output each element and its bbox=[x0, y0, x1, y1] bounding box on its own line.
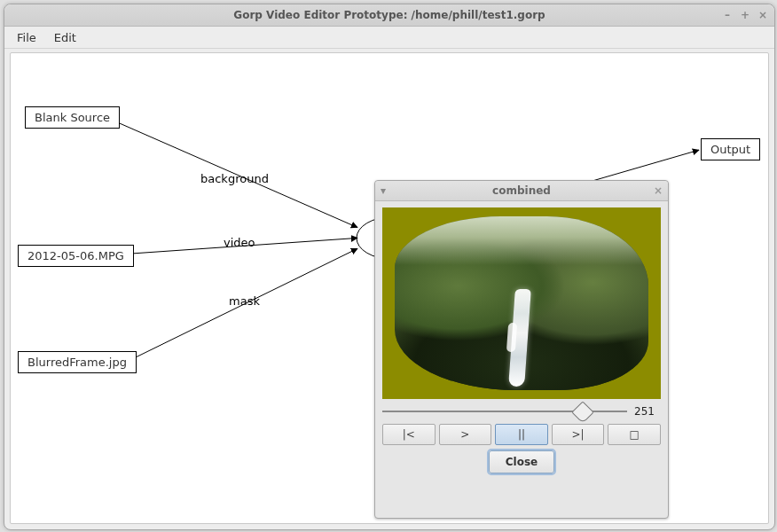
main-window: Gorp Video Editor Prototype: /home/phill… bbox=[4, 4, 775, 530]
first-frame-button[interactable]: |< bbox=[382, 424, 436, 445]
menubar: File Edit bbox=[4, 27, 774, 49]
edge-label-mask: mask bbox=[229, 294, 260, 308]
preview-titlebar[interactable]: ▾ combined × bbox=[375, 181, 668, 201]
menu-file[interactable]: File bbox=[10, 29, 43, 46]
video-preview-area bbox=[382, 207, 661, 399]
node-blurred[interactable]: BlurredFrame.jpg bbox=[18, 351, 137, 373]
frame-slider[interactable] bbox=[382, 404, 627, 419]
last-frame-button[interactable]: >| bbox=[552, 424, 605, 445]
close-row: Close bbox=[382, 450, 661, 473]
edge-label-background: background bbox=[200, 172, 269, 185]
main-titlebar[interactable]: Gorp Video Editor Prototype: /home/phill… bbox=[4, 4, 774, 27]
pause-button[interactable]: || bbox=[495, 424, 548, 445]
window-controls: – + × bbox=[721, 4, 769, 26]
preview-title-text: combined bbox=[492, 184, 551, 197]
transport-buttons: |< > || >| □ bbox=[382, 424, 661, 445]
frame-slider-row: 251 bbox=[382, 404, 661, 419]
preview-close-icon[interactable]: × bbox=[654, 184, 663, 197]
play-button[interactable]: > bbox=[439, 424, 492, 445]
node-blank-source[interactable]: Blank Source bbox=[25, 106, 120, 129]
stop-button[interactable]: □ bbox=[608, 424, 661, 445]
node-mpg[interactable]: 2012-05-06.MPG bbox=[18, 245, 134, 267]
maximize-button[interactable]: + bbox=[739, 9, 751, 21]
node-canvas[interactable]: Blank Source 2012-05-06.MPG BlurredFrame… bbox=[10, 52, 769, 524]
frame-slider-thumb[interactable] bbox=[572, 401, 594, 423]
preview-close-button[interactable]: Close bbox=[489, 450, 554, 473]
video-masked-frame bbox=[395, 216, 648, 390]
main-title-text: Gorp Video Editor Prototype: /home/phill… bbox=[233, 9, 545, 21]
preview-menu-icon[interactable]: ▾ bbox=[381, 184, 386, 197]
minimize-button[interactable]: – bbox=[721, 9, 734, 21]
edge-label-video: video bbox=[224, 236, 255, 249]
preview-body: 251 |< > || >| □ Close bbox=[382, 207, 661, 511]
preview-window[interactable]: ▾ combined × 251 bbox=[374, 180, 669, 519]
menu-edit[interactable]: Edit bbox=[47, 29, 83, 46]
frame-number-label: 251 bbox=[634, 405, 661, 418]
node-output[interactable]: Output bbox=[701, 138, 760, 160]
close-window-button[interactable]: × bbox=[757, 9, 769, 21]
